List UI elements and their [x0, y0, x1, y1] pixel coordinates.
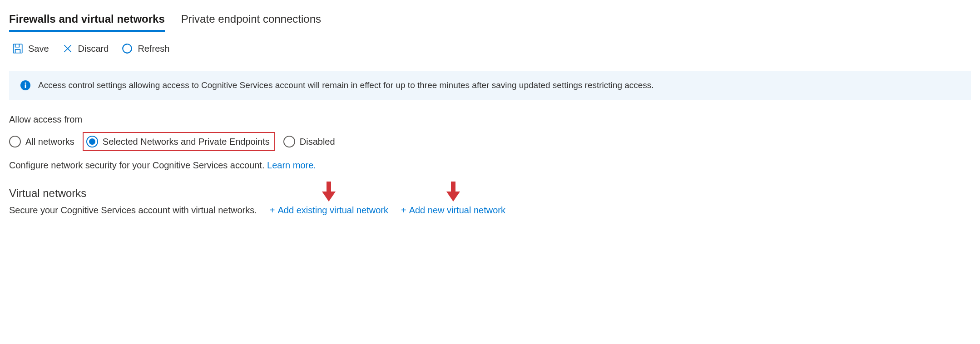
radio-selected-networks[interactable]: Selected Networks and Private Endpoints	[83, 132, 275, 151]
toolbar: Save Discard Refresh	[9, 43, 971, 54]
refresh-label: Refresh	[138, 44, 169, 54]
access-description-row: Configure network security for your Cogn…	[9, 160, 971, 171]
close-icon	[62, 43, 74, 54]
plus-icon: +	[401, 205, 406, 216]
svg-point-4	[25, 82, 26, 84]
arrow-down-icon	[446, 182, 460, 201]
learn-more-link[interactable]: Learn more.	[267, 160, 316, 170]
save-label: Save	[28, 44, 49, 54]
radio-icon	[283, 136, 295, 147]
radio-icon-selected	[86, 136, 98, 147]
add-existing-vnet-link[interactable]: + Add existing virtual network	[270, 205, 388, 216]
vnet-row: Secure your Cognitive Services account w…	[9, 205, 971, 216]
discard-label: Discard	[78, 44, 109, 54]
access-radio-group: All networks Selected Networks and Priva…	[9, 132, 971, 151]
svg-rect-5	[25, 84, 26, 88]
plus-icon: +	[270, 205, 275, 216]
add-existing-label: Add existing virtual network	[277, 205, 388, 216]
svg-marker-9	[446, 192, 460, 201]
access-description: Configure network security for your Cogn…	[9, 160, 264, 170]
svg-marker-7	[322, 192, 336, 201]
radio-dot	[89, 138, 95, 145]
vnet-title: Virtual networks	[9, 187, 971, 200]
tabs-container: Firewalls and virtual networks Private e…	[9, 9, 971, 32]
radio-selected-label: Selected Networks and Private Endpoints	[103, 137, 270, 147]
add-new-label: Add new virtual network	[409, 205, 505, 216]
save-icon	[12, 43, 24, 54]
info-banner: Access control settings allowing access …	[9, 71, 971, 100]
svg-rect-8	[451, 182, 455, 192]
access-label: Allow access from	[9, 114, 971, 125]
refresh-button[interactable]: Refresh	[121, 43, 169, 54]
radio-all-label: All networks	[25, 137, 74, 147]
vnet-description: Secure your Cognitive Services account w…	[9, 205, 257, 216]
info-text: Access control settings allowing access …	[38, 80, 654, 90]
tab-firewalls[interactable]: Firewalls and virtual networks	[9, 9, 165, 32]
svg-rect-0	[13, 44, 22, 53]
tab-private-endpoints[interactable]: Private endpoint connections	[181, 9, 321, 32]
discard-button[interactable]: Discard	[62, 43, 109, 54]
radio-all-networks[interactable]: All networks	[9, 136, 74, 147]
refresh-icon	[121, 43, 133, 54]
svg-rect-6	[327, 182, 331, 192]
arrow-down-icon	[322, 182, 336, 201]
save-button[interactable]: Save	[12, 43, 49, 54]
add-new-vnet-link[interactable]: + Add new virtual network	[401, 205, 505, 216]
radio-disabled[interactable]: Disabled	[283, 136, 335, 147]
radio-icon	[9, 136, 21, 147]
radio-disabled-label: Disabled	[300, 137, 335, 147]
info-icon	[20, 80, 31, 91]
